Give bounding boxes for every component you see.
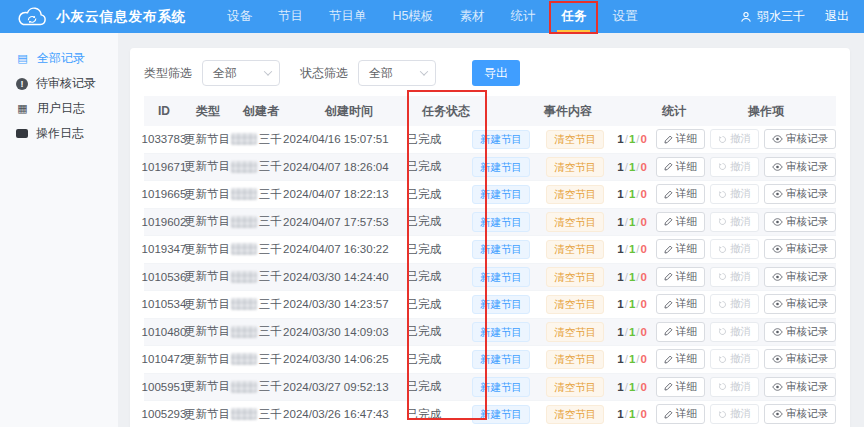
- stat-separator: /: [625, 243, 628, 255]
- cell-creator: 三千: [230, 379, 282, 394]
- stat-separator: /: [625, 188, 628, 200]
- nav-item-label: 节目: [278, 9, 303, 23]
- detail-button[interactable]: 详细: [656, 404, 705, 424]
- audit-record-button[interactable]: 审核记录: [764, 239, 836, 259]
- cell-operations: 详细 撤消 审核记录: [652, 239, 836, 259]
- sidebar-item-all-records[interactable]: ▤全部记录: [0, 46, 118, 71]
- undo-button[interactable]: 撤消: [710, 129, 759, 149]
- detail-button-label: 详细: [676, 215, 697, 229]
- nav-item-statistics[interactable]: 统计: [504, 0, 541, 33]
- audit-record-button[interactable]: 审核记录: [764, 322, 836, 342]
- detail-button[interactable]: 详细: [656, 377, 705, 397]
- type-filter-label: 类型筛选: [144, 65, 192, 82]
- audit-record-button[interactable]: 审核记录: [764, 129, 836, 149]
- cell-id: 1005293: [144, 408, 184, 420]
- undo-button-label: 撤消: [730, 242, 751, 256]
- nav-item-h5-templates[interactable]: H5模板: [387, 0, 440, 33]
- type-filter-select[interactable]: 全部: [202, 60, 280, 86]
- undo-button[interactable]: 撤消: [710, 404, 759, 424]
- undo-button[interactable]: 撤消: [710, 239, 759, 259]
- export-button[interactable]: 导出: [472, 60, 520, 86]
- undo-button[interactable]: 撤消: [710, 377, 759, 397]
- info-circle-icon: !: [16, 78, 28, 90]
- creator-name: 三千: [259, 352, 282, 367]
- status-filter-select[interactable]: 全部: [358, 60, 436, 86]
- stat-success: 1: [629, 298, 635, 310]
- audit-record-button[interactable]: 审核记录: [764, 267, 836, 287]
- undo-button[interactable]: 撤消: [710, 267, 759, 287]
- undo-button[interactable]: 撤消: [710, 349, 759, 369]
- detail-button[interactable]: 详细: [656, 267, 705, 287]
- logout-button[interactable]: 退出: [825, 8, 849, 25]
- detail-button[interactable]: 详细: [656, 322, 705, 342]
- nav-item-devices[interactable]: 设备: [221, 0, 258, 33]
- nav-item-playlists[interactable]: 节目单: [323, 0, 373, 33]
- creator-name: 三千: [259, 187, 282, 202]
- audit-record-button[interactable]: 审核记录: [764, 184, 836, 204]
- cell-created-time: 2024/04/07 16:30:22: [282, 243, 389, 255]
- audit-record-button[interactable]: 审核记录: [764, 212, 836, 232]
- audit-record-button-label: 审核记录: [786, 270, 828, 284]
- event-tag-clear-program: 清空节目: [546, 377, 604, 397]
- cell-id: 1010534: [144, 298, 184, 310]
- detail-button[interactable]: 详细: [656, 184, 705, 204]
- nav-item-materials[interactable]: 素材: [453, 0, 490, 33]
- undo-button[interactable]: 撤消: [710, 294, 759, 314]
- cell-type: 更新节目: [184, 379, 230, 394]
- stat-success: 1: [629, 133, 635, 145]
- nav-item-label: 素材: [459, 9, 484, 23]
- undo-button[interactable]: 撤消: [710, 184, 759, 204]
- sidebar-item-user-logs[interactable]: ▦用户日志: [0, 96, 118, 121]
- cell-created-time: 2024/03/30 14:24:40: [282, 271, 389, 283]
- audit-record-button-label: 审核记录: [786, 352, 828, 366]
- undo-button[interactable]: 撤消: [710, 212, 759, 232]
- event-tag-clear-program: 清空节目: [546, 405, 604, 425]
- top-navbar: 小灰云信息发布系统 设备节目节目单H5模板素材统计任务设置 弱水三千 退出: [0, 0, 864, 33]
- column-header-event: 事件内容: [484, 103, 652, 120]
- cell-creator: 三千: [230, 324, 282, 339]
- user-menu[interactable]: 弱水三千: [740, 8, 805, 25]
- sidebar-item-operation-logs[interactable]: 操作日志: [0, 121, 118, 146]
- undo-button-label: 撤消: [730, 325, 751, 339]
- sidebar-item-pending-review-records[interactable]: !待审核记录: [0, 71, 118, 96]
- nav-item-label: 任务: [561, 9, 586, 23]
- event-tag-new-program: 新建节目: [472, 130, 530, 150]
- audit-record-button-label: 审核记录: [786, 407, 828, 421]
- undo-button[interactable]: 撤消: [710, 157, 759, 177]
- audit-record-button[interactable]: 审核记录: [764, 349, 836, 369]
- detail-button[interactable]: 详细: [656, 212, 705, 232]
- cell-type: 更新节目: [184, 132, 230, 147]
- audit-record-button[interactable]: 审核记录: [764, 294, 836, 314]
- cell-type: 更新节目: [184, 269, 230, 284]
- detail-button[interactable]: 详细: [656, 129, 705, 149]
- detail-button-label: 详细: [676, 297, 697, 311]
- cell-task-status: 已完成: [389, 324, 458, 339]
- cell-task-status: 已完成: [389, 407, 458, 422]
- detail-button[interactable]: 详细: [656, 239, 705, 259]
- pencil-icon: [664, 382, 673, 391]
- nav-item-programs[interactable]: 节目: [272, 0, 309, 33]
- nav-item-settings[interactable]: 设置: [606, 0, 643, 33]
- nav-item-tasks[interactable]: 任务: [555, 0, 592, 33]
- cell-operations: 详细 撤消 审核记录: [652, 267, 836, 287]
- nav-item-label: 设备: [227, 9, 252, 23]
- audit-record-button[interactable]: 审核记录: [764, 404, 836, 424]
- undo-button[interactable]: 撤消: [710, 322, 759, 342]
- status-filter-value: 全部: [369, 65, 393, 82]
- detail-button[interactable]: 详细: [656, 349, 705, 369]
- column-header-ops: 操作项: [696, 103, 836, 120]
- app: 小灰云信息发布系统 设备节目节目单H5模板素材统计任务设置 弱水三千 退出 ▤全…: [0, 0, 864, 427]
- stat-separator: /: [636, 353, 639, 365]
- audit-record-button[interactable]: 审核记录: [764, 377, 836, 397]
- cell-stats: 1/1/0: [612, 381, 652, 393]
- user-icon: [740, 11, 752, 23]
- detail-button[interactable]: 详细: [656, 157, 705, 177]
- audit-record-button[interactable]: 审核记录: [764, 157, 836, 177]
- sidebar-item-label: 操作日志: [36, 125, 84, 142]
- cell-created-time: 2024/03/26 16:47:43: [282, 408, 389, 420]
- cell-creator: 三千: [230, 242, 282, 257]
- event-tag-new-program: 新建节目: [472, 405, 530, 425]
- stat-total: 1: [617, 326, 623, 338]
- cell-stats: 1/1/0: [612, 216, 652, 228]
- detail-button[interactable]: 详细: [656, 294, 705, 314]
